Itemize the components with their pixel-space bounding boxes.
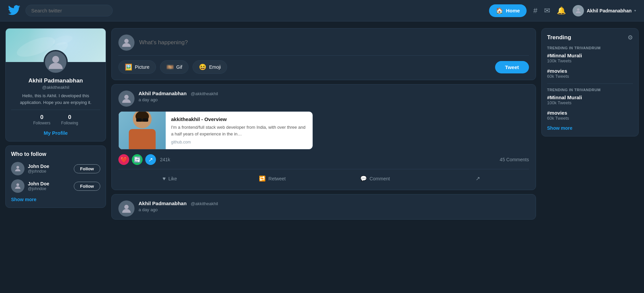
svg-point-0 — [577, 8, 580, 10]
trending-tag-3: #Minnal Murali — [547, 95, 633, 100]
who-to-follow-title: Who to follow — [11, 151, 100, 157]
trending-tag-1: #Minnal Murali — [547, 53, 633, 58]
compose-top — [118, 35, 529, 51]
comment-button-1[interactable]: 💬 Comment — [324, 173, 426, 184]
retweet-button-1[interactable]: 🔁 Retweet — [221, 173, 324, 184]
reaction-count-1: 241k — [160, 157, 170, 162]
follow-avatar-2 — [11, 179, 24, 193]
tweet-author-name-2: Akhil Padmanabhan — [139, 200, 186, 206]
following-count: 0 — [61, 114, 78, 121]
main-layout: Akhil Padmanabhan @akkitheakhil Hello, t… — [0, 21, 644, 226]
tweet-card-2: Akhil Padmanabhan @akkitheakhil a day ag… — [111, 194, 536, 220]
top-nav-right: 🏠 Home # ✉ 🔔 Akhil Padmanabhan ▾ — [489, 4, 636, 17]
tweet-author-handle-2: @akkitheakhil — [191, 201, 218, 206]
tweet-time-2: a day ago — [139, 207, 529, 212]
home-button[interactable]: 🏠 Home — [489, 4, 527, 17]
trending-show-more[interactable]: Show more — [547, 125, 633, 131]
picture-label: Picture — [135, 64, 150, 70]
trending-tag-2: #movies — [547, 68, 633, 74]
svg-point-8 — [124, 95, 129, 99]
trending-count-2: 60k Tweets — [547, 74, 633, 79]
trending-tag-4: #movies — [547, 110, 633, 116]
home-icon: 🏠 — [496, 7, 503, 14]
settings-icon[interactable]: ⚙ — [628, 34, 633, 41]
link-preview-title-1: akkitheakhil - Overview — [171, 116, 307, 122]
follow-name-1: John Doe — [28, 164, 70, 169]
gif-button[interactable]: 🎞️ Gif — [160, 60, 189, 74]
right-sidebar: Trending ⚙ Trending in Trivandrum #Minna… — [541, 28, 639, 220]
tweet-avatar-2 — [118, 200, 135, 217]
comments-count-1: 45 Comments — [500, 157, 529, 162]
notifications-icon[interactable]: 🔔 — [557, 6, 566, 15]
follow-name-2: John Doe — [28, 181, 70, 186]
tweet-card-1: Akhil Padmanabhan @akkitheakhil a day ag… — [111, 84, 536, 190]
hashtag-icon[interactable]: # — [533, 6, 537, 15]
tweet-button[interactable]: Tweet — [495, 61, 529, 73]
follow-handle-2: @johndoe — [28, 186, 70, 191]
like-button-1[interactable]: ♥ Like — [118, 174, 221, 184]
user-menu[interactable]: Akhil Padmanabhan ▾ — [573, 5, 636, 16]
follow-info-2: John Doe @johndoe — [28, 181, 70, 191]
avatar — [44, 50, 68, 74]
svg-point-5 — [16, 166, 19, 169]
share-button-1[interactable]: ↗ — [426, 173, 529, 184]
tweet-avatar-1 — [118, 91, 135, 107]
compose-actions: 🖼️ Picture 🎞️ Gif 😆 Emoji Tweet — [118, 55, 529, 74]
user-name: Akhil Padmanabhan — [587, 8, 632, 13]
compose-avatar — [118, 35, 135, 51]
like-icon: ♥ — [162, 176, 166, 182]
home-label: Home — [506, 8, 520, 13]
trending-count-4: 60k Tweets — [547, 116, 633, 121]
link-preview-body-1: akkitheakhil - Overview I'm a frontend/f… — [166, 112, 313, 149]
tweet-header-2: Akhil Padmanabhan @akkitheakhil a day ag… — [118, 200, 529, 217]
compose-input[interactable] — [139, 37, 529, 49]
retweet-icon: 🔁 — [259, 175, 266, 182]
share-icon: ↗ — [476, 175, 480, 182]
trending-count-1: 100k Tweets — [547, 58, 633, 63]
svg-point-4 — [52, 56, 59, 63]
followers-label: Followers — [33, 121, 50, 125]
comment-label-1: Comment — [370, 176, 390, 181]
gif-icon: 🎞️ — [166, 63, 174, 71]
twitter-logo-icon — [8, 4, 20, 17]
svg-point-7 — [124, 39, 129, 43]
search-input[interactable] — [25, 5, 113, 16]
link-preview-url-1: github.com — [171, 140, 307, 144]
follow-button-1[interactable]: Follow — [74, 164, 100, 173]
emoji-label: Emoji — [209, 64, 221, 70]
link-preview-desc-1: I'm a frontend/full stack web developer … — [171, 124, 307, 137]
picture-button[interactable]: 🖼️ Picture — [118, 60, 156, 74]
trending-item-2[interactable]: #movies 60k Tweets — [547, 68, 633, 79]
profile-stats: 0 Followers 0 Following — [11, 110, 100, 125]
action-row-1: ♥ Like 🔁 Retweet 💬 Comment ↗ — [118, 169, 529, 184]
left-sidebar: Akhil Padmanabhan @akkitheakhil Hello, t… — [5, 28, 106, 220]
trending-item-1[interactable]: #Minnal Murali 100k Tweets — [547, 53, 633, 63]
gif-label: Gif — [176, 64, 182, 70]
tweet-meta-2: Akhil Padmanabhan @akkitheakhil a day ag… — [139, 200, 529, 212]
following-label: Following — [61, 121, 78, 125]
user-avatar — [573, 5, 584, 16]
link-preview-1[interactable]: akkitheakhil - Overview I'm a frontend/f… — [118, 111, 313, 150]
trending-item-3[interactable]: #Minnal Murali 100k Tweets — [547, 95, 633, 105]
tweet-author-line-1: Akhil Padmanabhan @akkitheakhil — [139, 91, 529, 97]
who-to-follow-show-more[interactable]: Show more — [11, 197, 100, 202]
tweet-author-name-1: Akhil Padmanabhan — [139, 91, 186, 96]
my-profile-link[interactable]: My Profile — [11, 130, 100, 136]
trending-item-4[interactable]: #movies 60k Tweets — [547, 110, 633, 121]
profile-info: Akhil Padmanabhan @akkitheakhil Hello, t… — [6, 74, 106, 141]
follow-button-2[interactable]: Follow — [74, 182, 100, 191]
trending-section-label-2: Trending in Trivandrum — [547, 88, 633, 92]
svg-rect-13 — [143, 118, 148, 122]
messages-icon[interactable]: ✉ — [544, 6, 550, 15]
follow-avatar-1 — [11, 162, 24, 175]
svg-point-6 — [16, 183, 19, 186]
trending-count-3: 100k Tweets — [547, 100, 633, 105]
follow-item-2: John Doe @johndoe Follow — [11, 179, 100, 193]
profile-card: Akhil Padmanabhan @akkitheakhil Hello, t… — [5, 28, 106, 141]
profile-bio: Hello, this is Akhil. I developed this a… — [11, 93, 100, 106]
follow-info-1: John Doe @johndoe — [28, 164, 70, 174]
trending-card: Trending ⚙ Trending in Trivandrum #Minna… — [541, 28, 639, 136]
link-preview-image-1 — [119, 112, 166, 149]
profile-name: Akhil Padmanabhan — [11, 77, 100, 84]
emoji-button[interactable]: 😆 Emoji — [193, 60, 227, 74]
